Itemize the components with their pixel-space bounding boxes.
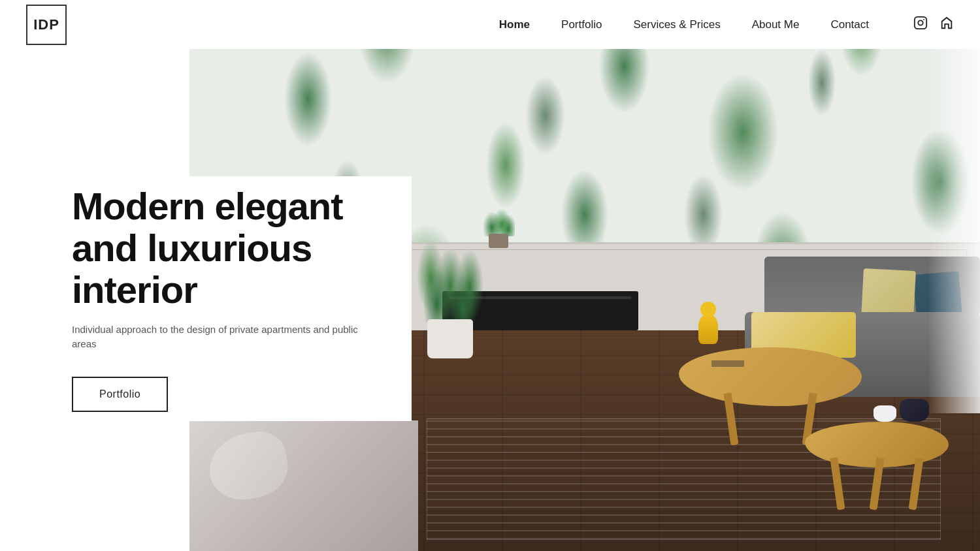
hero-image-bottom <box>189 420 418 551</box>
portfolio-cta-button[interactable]: Portfolio <box>72 377 168 412</box>
social-icons <box>913 16 954 34</box>
hero-heading: Modern elegant and luxurious interior <box>72 185 372 310</box>
main-nav: Home Portfolio Services & Prices About M… <box>499 16 954 34</box>
window-light <box>928 0 980 413</box>
logo[interactable]: IDP <box>26 5 67 45</box>
coffee-table-2 <box>805 422 949 507</box>
hero-panel: Modern elegant and luxurious interior In… <box>0 176 412 421</box>
nav-item-portfolio[interactable]: Portfolio <box>561 18 602 31</box>
main-content: Modern elegant and luxurious interior In… <box>0 0 980 551</box>
nav-item-services[interactable]: Services & Prices <box>633 18 720 31</box>
svg-point-1 <box>918 20 923 25</box>
svg-rect-0 <box>915 16 926 28</box>
instagram-icon[interactable] <box>913 16 928 34</box>
nav-item-about[interactable]: About Me <box>752 18 800 31</box>
large-plant <box>411 228 489 358</box>
nav-item-contact[interactable]: Contact <box>830 18 869 31</box>
header: IDP Home Portfolio Services & Prices Abo… <box>0 0 980 49</box>
houzz-icon[interactable] <box>939 16 954 34</box>
nav-item-home[interactable]: Home <box>499 18 530 31</box>
hero-subtitle: Individual approach to the design of pri… <box>72 323 372 352</box>
svg-point-2 <box>923 19 924 20</box>
